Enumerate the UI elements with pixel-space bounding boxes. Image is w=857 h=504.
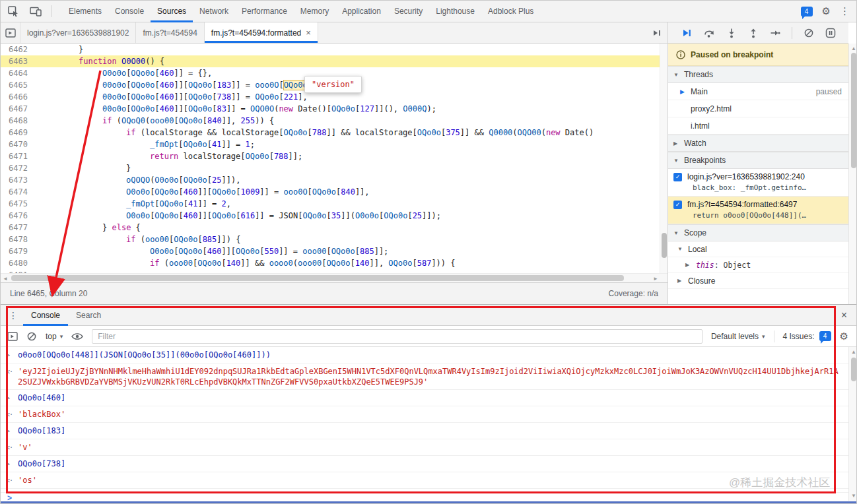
close-file-tab-icon[interactable]: × (306, 28, 311, 38)
tab-memory[interactable]: Memory (294, 1, 335, 22)
pause-on-exceptions-button[interactable] (825, 28, 836, 38)
scroll-right-icon[interactable]: ► (653, 276, 658, 282)
line-number[interactable]: 6479 (1, 245, 34, 257)
close-drawer-icon[interactable]: × (841, 309, 857, 321)
thread-item-i-html[interactable]: i.html (668, 117, 848, 135)
scrollbar-thumb[interactable] (851, 53, 856, 168)
resume-button[interactable] (681, 28, 692, 38)
breakpoint-item[interactable]: ✓fm.js?t=454594:formatted:6497return o0o… (668, 197, 848, 224)
console-result[interactable]: <·'blackBox' (1, 406, 857, 423)
console-result[interactable]: <·'eyJ2IjoieUJyZjBYNnNHMklmeHhaWmhiU1dEY… (1, 363, 857, 390)
line-number[interactable]: 6472 (1, 162, 34, 174)
line-number[interactable]: 6478 (1, 234, 34, 245)
code-text: if (ooo00[OQo0o[140]] && oooo0(ooo00[OQo… (34, 257, 668, 269)
scope-closure-row[interactable]: ▶ Closure (668, 273, 848, 289)
sources-panel: login.js?ver=1636539881902fm.js?t=454594… (1, 22, 668, 304)
scrollbar-thumb[interactable] (11, 275, 624, 281)
line-number[interactable]: 6470 (1, 139, 34, 150)
line-number[interactable]: 6462 (1, 44, 34, 55)
tab-application[interactable]: Application (335, 1, 388, 22)
line-number[interactable]: 6473 (1, 174, 34, 186)
tab-adblock-plus[interactable]: Adblock Plus (481, 1, 540, 22)
line-number[interactable]: 6467 (1, 103, 34, 115)
code-line-6473: 6473oQOQO(O0o0o[OQo0o[25]]), (1, 174, 668, 186)
scroll-up-icon[interactable]: ▲ (851, 349, 856, 355)
step-out-button[interactable] (748, 28, 759, 38)
editor-horizontal-scrollbar[interactable]: ◄ ► (1, 273, 668, 282)
more-tabs-icon[interactable] (652, 22, 662, 44)
line-number[interactable]: 6463 (1, 55, 34, 67)
issues-bubble-icon: 4 (819, 331, 831, 341)
tab-elements[interactable]: Elements (62, 1, 108, 22)
tab-lighthouse[interactable]: Lighthouse (429, 1, 481, 22)
tab-console[interactable]: Console (108, 1, 151, 22)
device-toolbar-icon[interactable] (28, 4, 43, 18)
thread-item-main[interactable]: ▶Mainpaused (668, 83, 848, 100)
drawer-menu-icon[interactable]: ⋮ (1, 310, 23, 321)
file-tab-login-js-ver-1636539881902[interactable]: login.js?ver=1636539881902 (20, 22, 136, 43)
step-over-button[interactable] (703, 28, 715, 38)
line-number[interactable]: 6476 (1, 210, 34, 222)
line-number[interactable]: 6474 (1, 186, 34, 198)
scope-local-header[interactable]: ▼ Local (668, 241, 848, 257)
console-command[interactable]: >OQo0o[738] (1, 456, 857, 472)
scope-this-row[interactable]: ▶ this: Object (668, 257, 848, 273)
breakpoint-checkbox[interactable]: ✓ (673, 201, 682, 209)
console-sidebar-toggle-icon[interactable] (7, 332, 18, 341)
threads-section-header[interactable]: ▼ Threads (668, 66, 848, 83)
sidebar-scrollbar[interactable]: ▲ (848, 44, 857, 304)
settings-gear-icon[interactable]: ⚙ (822, 5, 831, 17)
code-editor[interactable]: 6462}6463function O0O00() {6464O0o0o[OQo… (1, 44, 668, 273)
inspect-element-icon[interactable] (6, 4, 20, 18)
issues-badge[interactable]: 4 (801, 7, 813, 16)
tab-network[interactable]: Network (193, 1, 235, 22)
file-tab-fm-js-t-454594[interactable]: fm.js?t=454594 (136, 22, 204, 43)
tab-console[interactable]: Console (23, 305, 68, 326)
tab-label: Search (76, 311, 101, 320)
line-number[interactable]: 6471 (1, 150, 34, 162)
line-number[interactable]: 6469 (1, 127, 34, 139)
console-scrollbar[interactable]: ▲ ▼ (848, 347, 857, 501)
scope-section-header[interactable]: ▼ Scope (668, 224, 848, 241)
line-number[interactable]: 6477 (1, 222, 34, 234)
line-number[interactable]: 6464 (1, 67, 34, 79)
deactivate-breakpoints-button[interactable] (804, 28, 814, 38)
file-tab-fm-js-t-454594-formatted[interactable]: fm.js?t=454594:formatted× (205, 22, 318, 43)
console-settings-gear-icon[interactable]: ⚙ (840, 331, 848, 342)
console-command[interactable]: >OQo0o[460] (1, 390, 857, 406)
step-button[interactable] (770, 28, 780, 38)
breakpoint-item[interactable]: ✓login.js?ver=1636539881902:240black_box… (668, 169, 848, 197)
scroll-down-icon[interactable]: ▼ (851, 493, 856, 499)
tab-performance[interactable]: Performance (235, 1, 294, 22)
console-result[interactable]: <·'v' (1, 439, 857, 456)
scroll-up-icon[interactable]: ▲ (851, 46, 856, 51)
live-expression-eye-icon[interactable] (71, 332, 83, 340)
navigator-toggle-icon[interactable] (1, 22, 20, 43)
thread-item-proxy2-html[interactable]: proxy2.html (668, 100, 848, 117)
scrollbar-thumb[interactable] (851, 358, 856, 381)
console-result[interactable]: <·'os' (1, 472, 857, 489)
console-command[interactable]: >o0oo0[OQo0o[448]](JSON[OQo0o[35]](00o0o… (1, 347, 857, 363)
line-number[interactable]: 6468 (1, 115, 34, 127)
context-selector[interactable]: top ▾ (46, 332, 63, 341)
more-options-icon[interactable]: ⋮ (840, 5, 850, 17)
watch-section-header[interactable]: ▶ Watch (668, 135, 848, 152)
console-issues-counter[interactable]: 4 Issues: 4 (783, 331, 831, 341)
scrollbar-thumb[interactable] (662, 233, 667, 258)
step-into-button[interactable] (726, 28, 737, 38)
line-number[interactable]: 6480 (1, 257, 34, 269)
line-number[interactable]: 6466 (1, 91, 34, 103)
log-levels-selector[interactable]: Default levels ▾ (711, 332, 765, 341)
tab-security[interactable]: Security (388, 1, 429, 22)
line-number[interactable]: 6465 (1, 79, 34, 91)
tab-sources[interactable]: Sources (151, 1, 193, 22)
breakpoint-checkbox[interactable]: ✓ (673, 173, 682, 181)
console-filter-input[interactable] (92, 329, 703, 344)
tab-search[interactable]: Search (68, 305, 109, 326)
breakpoints-section-header[interactable]: ▼ Breakpoints (668, 152, 848, 169)
scroll-left-icon[interactable]: ◄ (3, 276, 8, 282)
console-command[interactable]: >OQo0o[183] (1, 423, 857, 439)
editor-vertical-scrollbar[interactable] (660, 44, 668, 273)
clear-console-icon[interactable] (26, 331, 37, 342)
line-number[interactable]: 6475 (1, 198, 34, 210)
